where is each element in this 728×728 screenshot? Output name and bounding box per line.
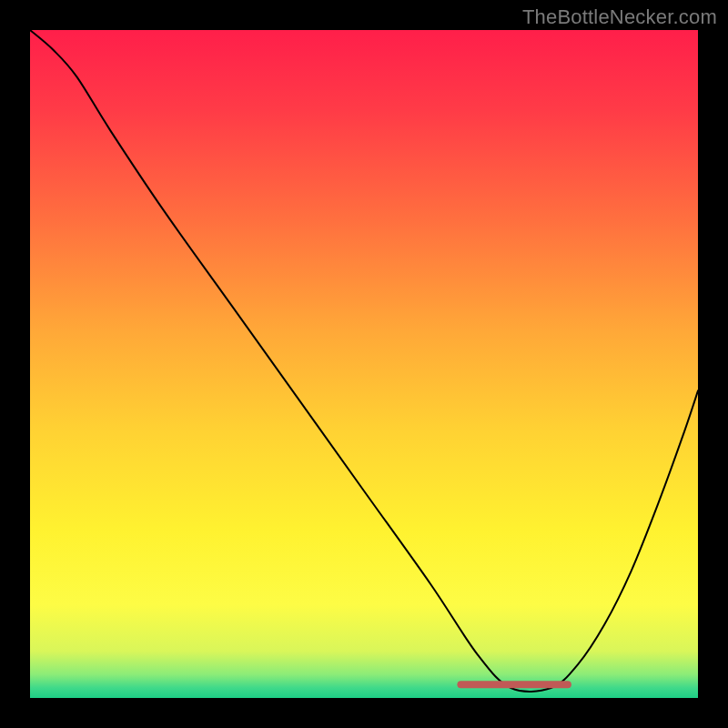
chart-frame: TheBottleNecker.com bbox=[0, 0, 728, 728]
plot-background bbox=[30, 30, 698, 698]
watermark-label: TheBottleNecker.com bbox=[522, 5, 717, 29]
bottleneck-chart bbox=[0, 0, 728, 728]
